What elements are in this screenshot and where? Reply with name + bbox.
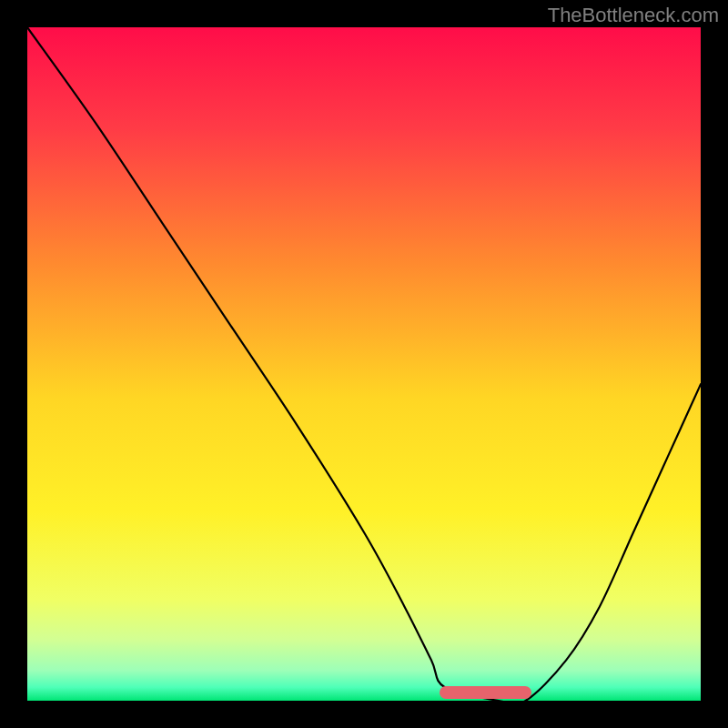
- curve-flat-marker: [440, 686, 531, 699]
- plot-area: [27, 27, 701, 701]
- curve-svg: [27, 27, 701, 701]
- watermark: TheBottleneck.com: [548, 4, 719, 27]
- chart-container: TheBottleneck.com: [0, 0, 728, 728]
- bottleneck-curve: [27, 27, 701, 701]
